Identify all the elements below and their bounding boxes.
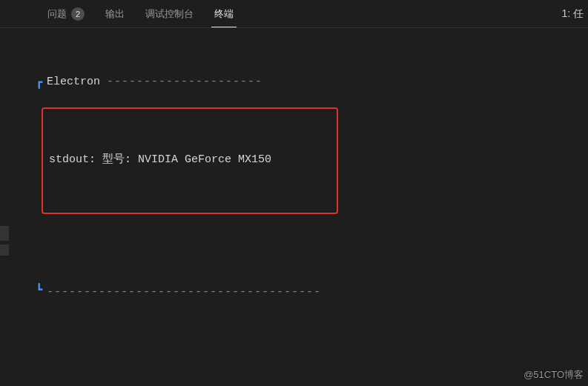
problems-count-badge: 2 <box>71 7 85 21</box>
terminal-selector-label: 1: 任 <box>561 7 584 21</box>
tab-debug-console-label: 调试控制台 <box>145 7 194 21</box>
section-close: ------------------------------------- <box>36 284 572 301</box>
gutter-mark <box>0 226 9 241</box>
section-title: Electron <box>47 76 100 88</box>
dashes: ------------------------------------- <box>47 286 321 299</box>
tab-problems[interactable]: 问题 2 <box>37 0 95 27</box>
stdout-line: stdout: 型号: NVIDIA GeForce MX150 <box>49 148 331 173</box>
tab-terminal-label: 终端 <box>214 7 234 21</box>
terminal-output[interactable]: Electron --------------------- stdout: 型… <box>0 28 588 386</box>
tab-problems-label: 问题 <box>47 7 67 21</box>
highlight-annotation: stdout: 型号: NVIDIA GeForce MX150 <box>42 107 338 214</box>
panel-tabs-header: 问题 2 输出 调试控制台 终端 1: 任 <box>0 0 588 28</box>
tab-terminal[interactable]: 终端 <box>204 0 244 27</box>
tab-output-label: 输出 <box>105 7 125 21</box>
tab-output[interactable]: 输出 <box>95 0 135 27</box>
dashes: --------------------- <box>107 76 262 88</box>
section-open: Electron --------------------- <box>36 73 572 90</box>
gutter-mark <box>0 244 9 256</box>
terminal-selector[interactable]: 1: 任 <box>561 0 584 27</box>
watermark: @51CTO博客 <box>523 368 584 382</box>
tab-debug-console[interactable]: 调试控制台 <box>135 0 204 27</box>
